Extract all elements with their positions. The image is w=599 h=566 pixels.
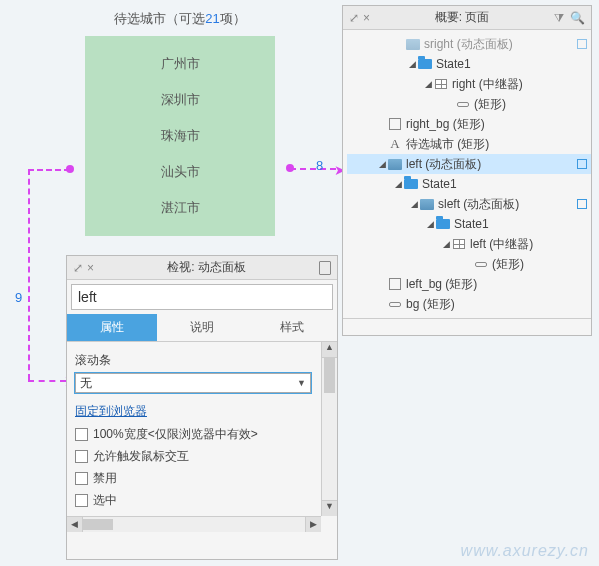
tree-label: 待选城市 (矩形) <box>406 136 591 153</box>
list-item[interactable]: 汕头市 <box>85 154 275 190</box>
rectangle-icon <box>455 97 471 111</box>
tree-label: State1 <box>454 217 591 231</box>
scroll-thumb[interactable] <box>83 519 113 530</box>
disclosure-icon[interactable]: ◢ <box>393 179 403 189</box>
annotation-line <box>28 169 70 171</box>
scrollbar-select[interactable]: 无 ▼ <box>75 373 311 393</box>
list-item[interactable]: 广州市 <box>85 46 275 82</box>
outline-tree[interactable]: sright (动态面板)◢State1◢right (中继器)(矩形)righ… <box>343 30 591 319</box>
rectangle-icon <box>387 297 403 311</box>
canvas-area: 待选城市（可选21项） 广州市 深圳市 珠海市 汕头市 湛江市 <box>30 10 330 236</box>
tree-row[interactable]: bg (矩形) <box>347 294 591 314</box>
list-item[interactable]: 深圳市 <box>85 82 275 118</box>
tree-row[interactable]: A待选城市 (矩形) <box>347 134 591 154</box>
checkbox-icon[interactable] <box>75 450 88 463</box>
select-value: 无 <box>80 375 92 392</box>
name-input[interactable] <box>71 284 333 310</box>
rectangle-icon <box>473 257 489 271</box>
disclosure-icon[interactable]: ◢ <box>377 159 387 169</box>
state-indicator-icon[interactable] <box>577 159 587 169</box>
tree-row[interactable]: ◢left (动态面板) <box>347 154 591 174</box>
state-indicator-icon[interactable] <box>577 39 587 49</box>
tree-row[interactable]: (矩形) <box>347 254 591 274</box>
filter-icon[interactable]: ⧩ <box>554 11 564 25</box>
chevron-down-icon: ▼ <box>297 378 306 388</box>
city-list: 广州市 深圳市 珠海市 汕头市 湛江市 <box>85 36 275 236</box>
disclosure-icon[interactable]: ◢ <box>441 239 451 249</box>
horizontal-scrollbar[interactable]: ◀ ▶ <box>67 516 321 532</box>
watermark: www.axurezy.cn <box>461 542 589 560</box>
properties-body: 滚动条 无 ▼ 固定到浏览器 100%宽度<仅限浏览器中有效> 允许触发鼠标交互… <box>67 342 337 532</box>
tree-label: right_bg (矩形) <box>406 116 591 133</box>
tree-label: right (中继器) <box>452 76 591 93</box>
dynamic-panel-icon <box>405 37 421 51</box>
scroll-right-button[interactable]: ▶ <box>305 517 321 532</box>
checkbox-icon[interactable] <box>75 472 88 485</box>
scroll-up-button[interactable]: ▲ <box>322 342 337 358</box>
scroll-left-button[interactable]: ◀ <box>67 517 83 532</box>
annotation-line <box>28 169 30 380</box>
tree-label: (矩形) <box>474 96 591 113</box>
tabs: 属性 说明 样式 <box>67 314 337 342</box>
checkbox-icon[interactable] <box>75 494 88 507</box>
disclosure-icon[interactable]: ◢ <box>423 79 433 89</box>
title-suffix: 项） <box>220 11 246 26</box>
panel-title: 概要: 页面 <box>370 9 554 26</box>
tree-label: State1 <box>422 177 591 191</box>
checkbox-row[interactable]: 允许触发鼠标交互 <box>75 448 311 465</box>
collapse-icon[interactable]: ⤢ <box>349 11 359 25</box>
scroll-down-button[interactable]: ▼ <box>322 500 337 516</box>
tree-row[interactable]: sright (动态面板) <box>347 34 591 54</box>
outline-panel: ⤢ × 概要: 页面 ⧩ 🔍 sright (动态面板)◢State1◢righ… <box>342 5 592 336</box>
panel-controls: ⤢ × <box>73 261 94 275</box>
tree-row[interactable]: (矩形) <box>347 94 591 114</box>
close-icon[interactable]: × <box>87 261 94 275</box>
checkbox-label: 允许触发鼠标交互 <box>93 448 189 465</box>
checkbox-icon[interactable] <box>75 428 88 441</box>
disclosure-icon[interactable]: ◢ <box>407 59 417 69</box>
document-icon[interactable] <box>319 261 331 275</box>
list-item[interactable]: 珠海市 <box>85 118 275 154</box>
checkbox-row[interactable]: 100%宽度<仅限浏览器中有效> <box>75 426 311 443</box>
folder-icon <box>435 217 451 231</box>
disclosure-icon[interactable]: ◢ <box>409 199 419 209</box>
inspector-panel: ⤢ × 检视: 动态面板 属性 说明 样式 滚动条 无 ▼ 固定到浏览器 100… <box>66 255 338 560</box>
list-item[interactable]: 湛江市 <box>85 190 275 226</box>
checkbox-label: 选中 <box>93 492 117 509</box>
tree-row[interactable]: ◢State1 <box>347 54 591 74</box>
tree-row[interactable]: ◢State1 <box>347 214 591 234</box>
collapse-icon[interactable]: ⤢ <box>73 261 83 275</box>
tree-label: left (中继器) <box>470 236 591 253</box>
checkbox-shape-icon <box>387 117 403 131</box>
checkbox-label: 100%宽度<仅限浏览器中有效> <box>93 426 258 443</box>
tree-row[interactable]: ◢State1 <box>347 174 591 194</box>
title-count: 21 <box>205 11 219 26</box>
scroll-thumb[interactable] <box>324 358 335 393</box>
close-icon[interactable]: × <box>363 11 370 25</box>
tab-style[interactable]: 样式 <box>247 314 337 341</box>
tree-row[interactable]: left_bg (矩形) <box>347 274 591 294</box>
checkbox-row[interactable]: 选中 <box>75 492 311 509</box>
dynamic-panel-icon <box>387 157 403 171</box>
disclosure-icon[interactable]: ◢ <box>425 219 435 229</box>
tree-row[interactable]: ◢left (中继器) <box>347 234 591 254</box>
tab-notes[interactable]: 说明 <box>157 314 247 341</box>
vertical-scrollbar[interactable]: ▲ ▼ <box>321 342 337 516</box>
tree-label: left_bg (矩形) <box>406 276 591 293</box>
title-prefix: 待选城市（可选 <box>114 11 205 26</box>
tree-label: sleft (动态面板) <box>438 196 577 213</box>
tree-label: (矩形) <box>492 256 591 273</box>
tree-row[interactable]: ◢sleft (动态面板) <box>347 194 591 214</box>
checkbox-shape-icon <box>387 277 403 291</box>
title-label: 待选城市（可选21项） <box>30 10 330 28</box>
checkbox-label: 禁用 <box>93 470 117 487</box>
tree-label: sright (动态面板) <box>424 36 577 53</box>
pin-to-browser-link[interactable]: 固定到浏览器 <box>75 403 311 420</box>
state-indicator-icon[interactable] <box>577 199 587 209</box>
tree-row[interactable]: right_bg (矩形) <box>347 114 591 134</box>
checkbox-row[interactable]: 禁用 <box>75 470 311 487</box>
search-icon[interactable]: 🔍 <box>570 11 585 25</box>
tree-row[interactable]: ◢right (中继器) <box>347 74 591 94</box>
tree-label: bg (矩形) <box>406 296 591 313</box>
tab-properties[interactable]: 属性 <box>67 314 157 341</box>
